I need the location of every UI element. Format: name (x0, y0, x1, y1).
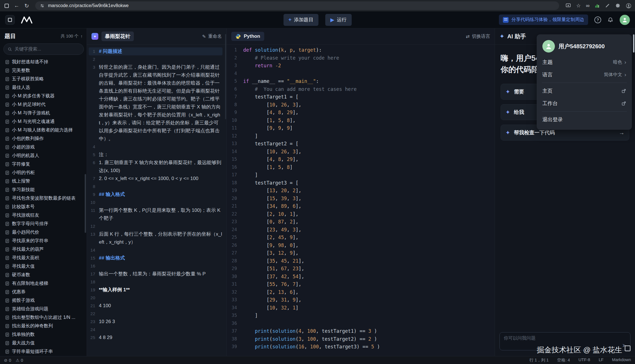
back-icon[interactable]: ← (14, 3, 19, 9)
sidebar-problem-item[interactable]: 数字字母问号排序 (3, 219, 84, 228)
menu-item-home[interactable]: 主页 (542, 85, 627, 97)
code-line[interactable]: 4 (227, 70, 495, 78)
code-line[interactable]: 3 return -2 (227, 62, 495, 70)
code-line[interactable]: 21 [34, 89, 6], (227, 202, 495, 210)
search-box[interactable] (3, 43, 84, 55)
file-language[interactable]: Markdown (612, 357, 631, 363)
sidebar-problem-item[interactable]: 小 M 与光明之魂速通 (3, 117, 84, 126)
sidebar-problem-item[interactable]: 小明的书柜 (3, 168, 84, 177)
code-line[interactable]: 11 [9, 9, 9] (227, 124, 495, 132)
sidebar-problem-item[interactable]: 最大战力值 (3, 339, 84, 347)
sidebar-problem-item[interactable]: 我好想逃却逃不掉 (3, 58, 84, 66)
code-line[interactable]: 2 # Please write your code here (227, 54, 495, 62)
code-line[interactable]: 23 [0, 87, 2], (227, 218, 495, 226)
code-line[interactable]: 15 [4, 8, 29], (227, 156, 495, 164)
sidebar-problem-item[interactable]: 比较版本号 (3, 202, 84, 211)
code-line[interactable]: 1def solution(k, p, target): (227, 46, 495, 54)
sidebar-problem-item[interactable]: 摇骰子游戏 (3, 296, 84, 305)
sidebar-problem-item[interactable]: 小 M 的多任务下载器 (3, 92, 84, 100)
code-line[interactable]: 6 # You can add more test cases here (227, 85, 495, 93)
code-line[interactable]: 24 [23, 49, 3], (227, 226, 495, 234)
promo-banner[interactable]: 分享代码练习体验，领限量定制周边 (499, 14, 588, 25)
sidebar-problem-item[interactable]: 完美整数 (3, 66, 84, 75)
code-line[interactable]: 9 [4, 8, 29], (227, 109, 495, 117)
sidebar-problem-item[interactable]: 字符修复 (3, 160, 84, 168)
extension-pen-icon[interactable] (605, 3, 610, 8)
marscode-logo[interactable] (20, 16, 34, 24)
eol[interactable]: LF (599, 357, 603, 363)
code-line[interactable]: 20 [15, 39, 3], (227, 195, 495, 203)
sidebar-problem-item[interactable]: 线上报警 (3, 177, 84, 185)
sidebar-problem-item[interactable]: 小 M 与狼人拯救者的能力选择 (3, 126, 84, 134)
encoding[interactable]: UTF-8 (578, 357, 590, 363)
sidebar-scrollbar[interactable] (85, 174, 86, 233)
sidebar-problem-item[interactable]: 寻找游戏狂友 (3, 211, 84, 219)
menu-item-theme[interactable]: 主题 暗色› (542, 56, 627, 68)
code-line[interactable]: 17 ] (227, 171, 495, 179)
code-line[interactable]: 31 [55, 76, 7], (227, 281, 495, 288)
code-line[interactable]: 26 [9, 98, 0], (227, 242, 495, 250)
rename-button[interactable]: ✎ 重命名 (202, 34, 222, 39)
notifications-bell-icon[interactable] (607, 17, 613, 23)
code-line[interactable]: 33 [29, 31, 9], (227, 296, 495, 304)
reload-icon[interactable]: ↻ (24, 3, 29, 9)
language-pill[interactable]: Python (231, 32, 264, 41)
browser-profile-icon[interactable] (626, 3, 632, 9)
code-line[interactable]: 8 [10, 26, 3], (227, 101, 495, 109)
code-line[interactable]: 27 [3, 12, 9], (227, 249, 495, 257)
search-input[interactable] (14, 47, 80, 52)
ai-scrollbar[interactable] (633, 34, 634, 53)
code-line[interactable]: 28 [35, 45, 21], (227, 257, 495, 265)
code-line[interactable]: 14 [10, 26, 3], (227, 148, 495, 156)
sidebar-problem-item[interactable]: 寻找最大的葫芦 (3, 245, 84, 254)
code-line[interactable]: 29 [51, 67, 23], (227, 265, 495, 273)
extension-infinity-icon[interactable]: ∞ (586, 3, 590, 9)
sidebar-problem-item[interactable]: 小 M 与弹子游戏机 (3, 109, 84, 117)
code-line[interactable]: 36 (227, 320, 495, 328)
cursor-position[interactable]: 行 1，列 1 (529, 357, 549, 363)
user-avatar[interactable] (620, 15, 630, 25)
indentation[interactable]: 空格: 4 (557, 357, 570, 363)
problem-title[interactable]: 暴雨梨花针 (101, 32, 134, 41)
sidebar-problem-item[interactable]: 字符串最短循环子串 (3, 347, 84, 356)
errors-indicator[interactable]: ⊘ 0 (4, 358, 11, 363)
sidebar-problem-item[interactable]: 寻找包含斐波那契数最多的链表 (3, 194, 84, 202)
code-line[interactable]: 13 testTarget2 = [ (227, 140, 495, 148)
sidebar-problem-item[interactable]: 找出最长的神奇数列 (3, 322, 84, 330)
code-line[interactable]: 10 [1, 5, 8], (227, 117, 495, 125)
sidebar-problem-item[interactable]: 寻找最大面积 (3, 254, 84, 262)
code-line[interactable]: 12 ] (227, 132, 495, 140)
code-line[interactable]: 19 [13, 20, 2], (227, 187, 495, 195)
extension-chart-icon[interactable] (595, 3, 600, 8)
collapse-up-icon[interactable]: ↑ (81, 34, 83, 39)
code-line[interactable]: 30 [37, 42, 54], (227, 273, 495, 281)
code-line[interactable]: 39 print(solution(16, 100, testTarget3) … (227, 343, 495, 351)
tab-overview-icon[interactable] (5, 4, 9, 8)
sidebar-problem-item[interactable]: 小明的机器人 (3, 151, 84, 160)
sidebar-problem-item[interactable]: 有点限制地走楼梯 (3, 279, 84, 288)
code-line[interactable]: 25 [2, 45, 9], (227, 234, 495, 242)
sidebar-problem-item[interactable]: 找出整型数组中占比超过 1/N ... (3, 313, 84, 322)
code-line[interactable]: 7 testTarget1 = [ (227, 93, 495, 101)
code-line[interactable]: 16 [1, 5, 8] (227, 164, 495, 171)
warnings-indicator[interactable]: ⚠ 0 (16, 358, 23, 363)
code-line[interactable]: 34 [10, 32, 1] (227, 304, 495, 312)
problem-scrollbar[interactable] (225, 34, 226, 119)
code-body[interactable]: 1def solution(k, p, target):2 # Please w… (227, 45, 495, 356)
sidebar-problem-item[interactable]: 五子棋获胜策略 (3, 75, 84, 83)
code-line[interactable]: 18 testTarget3 = [ (227, 179, 495, 187)
code-line[interactable]: 35 ] (227, 312, 495, 320)
code-line[interactable]: 37 print(solution(4, 100, testTarget1) =… (227, 327, 495, 335)
sidebar-problem-item[interactable]: 最小趋同代价 (3, 228, 84, 237)
code-line[interactable]: 32 [2, 13, 6], (227, 288, 495, 296)
sidebar-problem-item[interactable]: 学习新技能 (3, 185, 84, 194)
sidebar-problem-item[interactable]: 硬币凑数 (3, 271, 84, 279)
sidebar-problem-item[interactable]: 找单独的数 (3, 330, 84, 339)
address-bar[interactable]: marscode.cn/practice/5w9n6k1ev8okwe (35, 1, 559, 10)
sidebar-problem-item[interactable]: 寻找最大值 (3, 262, 84, 271)
help-icon[interactable]: ? (594, 16, 601, 23)
sidebar-problem-item[interactable]: 英雄组合游戏问题 (3, 305, 84, 313)
code-line[interactable]: 22 [2, 10, 1], (227, 210, 495, 218)
bookmark-star-icon[interactable]: ☆ (576, 3, 581, 9)
menu-item-language[interactable]: 语言 简体中文› (542, 68, 627, 81)
